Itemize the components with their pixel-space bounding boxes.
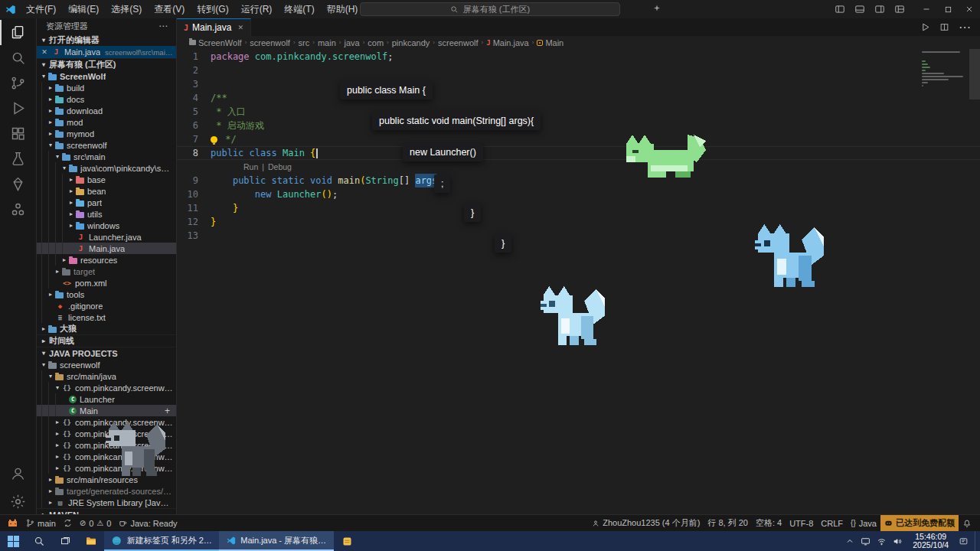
- tree-item-launcher-java[interactable]: JLauncher.java: [37, 231, 176, 243]
- stolen-code-fragment[interactable]: public static void main(String[] args){: [372, 112, 541, 130]
- tray-chevron-up-icon[interactable]: [845, 536, 854, 546]
- tree-item--gitignore[interactable]: ◆.gitignore: [37, 300, 176, 311]
- toggle-sidebar-icon[interactable]: [835, 4, 845, 15]
- editor-scrollbar[interactable]: [969, 49, 980, 99]
- tree-item-java-com-pinkcandy-screenwolf[interactable]: ▾java\com\pinkcandy\screenwolf: [37, 162, 176, 174]
- menu-终端[interactable]: 终端(T): [278, 0, 320, 18]
- chevron-down-icon[interactable]: ▾: [47, 142, 54, 148]
- tree-item-src-main-java[interactable]: ▾src/main/java: [37, 370, 176, 382]
- tree-item-pom-xml[interactable]: <>pom.xml: [37, 277, 176, 289]
- stolen-code-fragment[interactable]: }: [464, 204, 481, 222]
- code-line-3[interactable]: 3: [177, 77, 980, 91]
- section-maven[interactable]: ▸ MAVEN: [37, 508, 176, 514]
- git-blame-item[interactable]: ZhouZhou1235 (4 个月前): [588, 515, 704, 531]
- menu-帮助[interactable]: 帮助(H): [321, 0, 364, 18]
- open-editor-main-java[interactable]: ✕ J Main.java screenwolf\src\main\java\c…: [37, 46, 176, 58]
- chevron-down-icon[interactable]: ▾: [54, 384, 61, 391]
- toggle-secondary-sidebar-icon[interactable]: [874, 4, 885, 15]
- menu-运行[interactable]: 运行(R): [235, 0, 279, 18]
- minimize-button[interactable]: [916, 0, 937, 18]
- chevron-right-icon[interactable]: ▸: [47, 476, 54, 483]
- breadcrumb-src[interactable]: src: [299, 38, 310, 47]
- tree-item-download[interactable]: ▸download: [37, 105, 176, 116]
- breadcrumb-com[interactable]: com: [368, 38, 384, 47]
- chevron-right-icon[interactable]: ▸: [60, 256, 68, 263]
- tree-item-windows[interactable]: ▸windows: [37, 220, 176, 231]
- tree-item-part[interactable]: ▸part: [37, 197, 176, 208]
- wolf-sprite-green[interactable]: [626, 135, 709, 181]
- breadcrumb-pinkcandy[interactable]: pinkcandy: [392, 38, 430, 47]
- display-icon[interactable]: [861, 536, 871, 546]
- tree-item-screenwolf[interactable]: ▾ScreenWolf: [37, 70, 176, 82]
- chevron-down-icon[interactable]: ▾: [40, 73, 47, 80]
- menu-编辑[interactable]: 编辑(E): [62, 0, 105, 18]
- chevron-right-icon[interactable]: ▸: [47, 499, 54, 506]
- code-line-6[interactable]: 6 * 启动游戏: [177, 119, 980, 132]
- bell-icon[interactable]: [959, 515, 975, 531]
- code-line-1[interactable]: 1package com.pinkcandy.screenwolf;: [177, 50, 980, 64]
- chevron-down-icon[interactable]: ▾: [54, 153, 61, 160]
- tree-item-main-java[interactable]: JMain.java: [37, 243, 176, 254]
- task-view-icon[interactable]: [52, 531, 78, 551]
- chevron-right-icon[interactable]: ▸: [54, 453, 61, 460]
- lightbulb-icon[interactable]: [211, 136, 217, 143]
- chevron-right-icon[interactable]: ▸: [67, 222, 75, 229]
- quota-badge[interactable]: 已达到免费配额: [880, 515, 959, 531]
- chevron-right-icon[interactable]: ▸: [47, 291, 54, 298]
- stack-icon[interactable]: [0, 197, 36, 222]
- section-open-editors[interactable]: ▾ 打开的编辑器: [37, 34, 176, 46]
- close-icon[interactable]: ✕: [237, 24, 243, 31]
- menu-文件[interactable]: 文件(F): [20, 0, 62, 18]
- indentation[interactable]: 空格: 4: [752, 515, 786, 531]
- java-status-item[interactable]: Java: Ready: [115, 515, 181, 531]
- tree-item-target[interactable]: ▸target: [37, 266, 176, 277]
- tree-item-resources[interactable]: ▸resources: [37, 254, 176, 266]
- chevron-down-icon[interactable]: ▾: [60, 165, 68, 171]
- chevron-right-icon[interactable]: ▸: [67, 187, 75, 194]
- code-line-4[interactable]: 4/**: [177, 91, 980, 105]
- extensions-icon[interactable]: [0, 121, 36, 146]
- branch-item[interactable]: main: [22, 515, 60, 531]
- stolen-code-fragment[interactable]: }: [495, 234, 511, 253]
- more-actions-icon[interactable]: ⋯: [959, 20, 971, 34]
- start-button[interactable]: [0, 531, 26, 551]
- testing-flask-icon[interactable]: [0, 146, 36, 171]
- stolen-code-fragment[interactable]: new Launcher(): [403, 143, 483, 161]
- code-line-7[interactable]: 7 */: [177, 132, 980, 146]
- tree-item-大狼[interactable]: ▸大狼: [37, 323, 176, 334]
- codelens-run[interactable]: Run: [243, 160, 258, 174]
- code-line-2[interactable]: 2: [177, 64, 980, 77]
- run-java-button[interactable]: [920, 22, 930, 32]
- breadcrumb-main-java[interactable]: JMain.java: [486, 38, 529, 47]
- cursor-position[interactable]: 行 8, 列 20: [704, 515, 752, 531]
- chevron-down-icon[interactable]: ▾: [47, 373, 54, 380]
- source-control-icon[interactable]: [0, 70, 36, 96]
- maximize-button[interactable]: [937, 0, 959, 18]
- stolen-code-fragment[interactable]: public class Main {: [340, 81, 433, 99]
- yellow-app-icon[interactable]: [334, 531, 360, 551]
- code-line-9[interactable]: 9 public static void main(String[] args)…: [177, 174, 980, 187]
- tree-item-tools[interactable]: ▸tools: [37, 289, 176, 300]
- tree-item-mod[interactable]: ▸mod: [37, 116, 176, 128]
- tree-item-main[interactable]: CMain+: [37, 405, 176, 416]
- volume-icon[interactable]: [893, 536, 903, 546]
- stolen-code-fragment[interactable]: ;: [434, 174, 450, 193]
- network-icon[interactable]: [877, 536, 887, 546]
- chevron-right-icon[interactable]: ▸: [67, 176, 75, 183]
- code-line-5[interactable]: 5 * 入口: [177, 105, 980, 119]
- copilot-icon[interactable]: [652, 4, 662, 13]
- code-line-12[interactable]: 12}: [177, 215, 980, 229]
- minimap[interactable]: [922, 51, 966, 91]
- taskbar-clock[interactable]: 15:46:09 2025/10/4: [909, 533, 952, 550]
- breadcrumb-screenwolf[interactable]: screenwolf: [250, 38, 290, 47]
- tree-item-src-main[interactable]: ▾src\main: [37, 151, 176, 162]
- chevron-down-icon[interactable]: ▾: [40, 361, 47, 368]
- tree-item-jre-system-library-javase-21-[interactable]: ▸▤JRE System Library [JavaSE-21]: [37, 497, 176, 508]
- breadcrumb-main[interactable]: Main: [537, 38, 564, 47]
- breadcrumb-main[interactable]: main: [318, 38, 336, 47]
- chevron-right-icon[interactable]: ▸: [67, 199, 75, 206]
- split-editor-icon[interactable]: [939, 22, 949, 32]
- menu-查看[interactable]: 查看(V): [148, 0, 191, 18]
- add-action-icon[interactable]: +: [165, 406, 173, 416]
- chevron-right-icon[interactable]: ▸: [54, 430, 61, 437]
